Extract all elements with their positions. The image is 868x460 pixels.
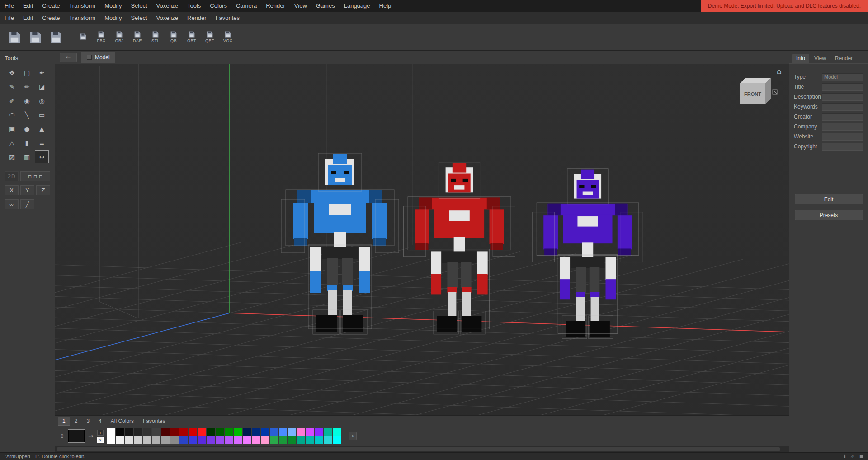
palette-tab-favorites[interactable]: Favorites	[138, 417, 170, 426]
horizontal-scrollbar[interactable]	[55, 446, 789, 452]
palette-swatch-1-15[interactable]	[243, 436, 251, 444]
palette-swatch-0-5[interactable]	[152, 428, 160, 436]
presets-button[interactable]: Presets	[795, 210, 863, 220]
export-vox-button[interactable]: VOX	[219, 25, 237, 49]
export-button[interactable]	[74, 25, 92, 49]
menu-render[interactable]: Render	[261, 0, 290, 12]
palette-swatch-0-24[interactable]	[324, 428, 332, 436]
palette-swatch-1-9[interactable]	[189, 436, 197, 444]
palette-swatch-1-16[interactable]	[252, 436, 260, 444]
menu2-create[interactable]: Create	[38, 12, 64, 24]
export-qb-button[interactable]: QB	[165, 25, 183, 49]
menu-transform[interactable]: Transform	[64, 0, 100, 12]
palette-swatch-0-22[interactable]	[306, 428, 314, 436]
edit-button[interactable]: Edit	[795, 194, 863, 204]
back-button[interactable]: ←	[60, 53, 77, 62]
menu-help[interactable]: Help	[375, 0, 396, 12]
palette-swatch-1-6[interactable]	[161, 436, 170, 444]
palette-swatch-0-16[interactable]	[252, 428, 260, 436]
menu-colors[interactable]: Colors	[205, 0, 231, 12]
menu2-render[interactable]: Render	[183, 12, 211, 24]
palette-swatch-0-1[interactable]	[116, 428, 124, 436]
save-file-button[interactable]	[46, 27, 66, 47]
menu-language[interactable]: Language	[340, 0, 375, 12]
menu-modify[interactable]: Modify	[100, 0, 126, 12]
palette-swatch-1-1[interactable]	[116, 436, 124, 444]
tab-view[interactable]: View	[810, 54, 830, 63]
tab-render[interactable]: Render	[831, 54, 857, 63]
palette-swatch-1-10[interactable]	[198, 436, 206, 444]
tab-info[interactable]: Info	[792, 54, 809, 63]
palette-swatch-0-2[interactable]	[125, 428, 133, 436]
warning-icon[interactable]: ⚠	[850, 454, 855, 460]
menu2-modify[interactable]: Modify	[100, 12, 126, 24]
palette-swatch-1-17[interactable]	[261, 436, 269, 444]
palette-swatch-0-15[interactable]	[243, 428, 251, 436]
swap-colors-icon[interactable]: ↕	[60, 433, 65, 440]
palette-swatch-1-19[interactable]	[279, 436, 287, 444]
info-input-title[interactable]	[822, 83, 863, 91]
tool-pyramid[interactable]: △	[5, 136, 19, 149]
tool-sphere[interactable]: ●	[20, 122, 34, 135]
home-icon[interactable]: ⌂	[777, 67, 782, 76]
palette-tab-3[interactable]: 3	[82, 417, 94, 426]
tool-fill[interactable]: ◉	[20, 94, 34, 107]
menu2-select[interactable]: Select	[126, 12, 151, 24]
tool-move[interactable]: ✥	[5, 66, 19, 79]
palette-swatch-1-13[interactable]	[225, 436, 233, 444]
info-icon[interactable]: ℹ	[844, 454, 846, 460]
view-boxes-button[interactable]: ▫ ▫ ▫	[20, 171, 50, 181]
palette-swatch-0-19[interactable]	[279, 428, 287, 436]
menu2-voxelize[interactable]: Voxelize	[152, 12, 183, 24]
palette-swatch-1-0[interactable]	[107, 436, 115, 444]
palette-tab-1[interactable]: 1	[58, 417, 70, 426]
palette-tab-all-colors[interactable]: All Colors	[106, 417, 138, 426]
palette-row-label-1[interactable]: 1	[97, 430, 104, 436]
menu-voxelize[interactable]: Voxelize	[152, 0, 183, 12]
palette-swatch-1-14[interactable]	[234, 436, 242, 444]
palette-swatch-0-4[interactable]	[143, 428, 151, 436]
palette-row-label-2[interactable]: 2	[97, 437, 104, 443]
palette-swatch-1-7[interactable]	[170, 436, 179, 444]
scrollbar-thumb[interactable]	[57, 447, 780, 451]
palette-swatch-1-5[interactable]	[152, 436, 160, 444]
tool-curve[interactable]: ◠	[5, 108, 19, 121]
tool-brush[interactable]: ✐	[5, 94, 19, 107]
palette-swatch-0-18[interactable]	[270, 428, 278, 436]
info-input-type[interactable]	[822, 73, 863, 81]
export-stl-button[interactable]: STL	[146, 25, 165, 49]
palette-swatch-1-23[interactable]	[315, 436, 323, 444]
menu-create[interactable]: Create	[38, 0, 64, 12]
info-input-description[interactable]	[822, 93, 863, 101]
palette-swatch-1-11[interactable]	[207, 436, 215, 444]
viewport-canvas[interactable]: FRONT ⌂	[55, 64, 789, 415]
info-input-website[interactable]	[822, 133, 863, 141]
palette-swatch-0-17[interactable]	[261, 428, 269, 436]
tool-rect-select[interactable]: ▢	[20, 66, 34, 79]
palette-swatch-1-2[interactable]	[125, 436, 133, 444]
tool-pencil-add[interactable]: ✏	[20, 80, 34, 93]
tab-model[interactable]: Model	[81, 52, 115, 63]
palette-swatch-1-20[interactable]	[288, 436, 296, 444]
palette-swatch-1-12[interactable]	[216, 436, 224, 444]
tool-eraser[interactable]: ◪	[35, 80, 49, 93]
mode-2d-button[interactable]: 2D	[5, 171, 19, 181]
menu-view[interactable]: View	[290, 0, 311, 12]
palette-swatch-1-24[interactable]	[324, 436, 332, 444]
palette-swatch-1-22[interactable]	[306, 436, 314, 444]
view-cube[interactable]: FRONT	[740, 78, 777, 104]
palette-swatch-0-20[interactable]	[288, 428, 296, 436]
palette-swatch-0-3[interactable]	[134, 428, 142, 436]
export-dae-button[interactable]: DAE	[128, 25, 146, 49]
palette-swatch-1-4[interactable]	[143, 436, 151, 444]
export-obj-button[interactable]: OBJ	[110, 25, 128, 49]
palette-swatch-0-13[interactable]	[225, 428, 233, 436]
menu-camera[interactable]: Camera	[231, 0, 261, 12]
mirror-button[interactable]: ∞	[5, 199, 19, 209]
palette-swatch-1-3[interactable]	[134, 436, 142, 444]
current-color-swatch[interactable]	[68, 430, 85, 442]
palette-tab-4[interactable]: 4	[94, 417, 106, 426]
palette-swatch-0-11[interactable]	[207, 428, 215, 436]
tool-box[interactable]: ▣	[5, 122, 19, 135]
menu2-favorites[interactable]: Favorites	[211, 12, 244, 24]
